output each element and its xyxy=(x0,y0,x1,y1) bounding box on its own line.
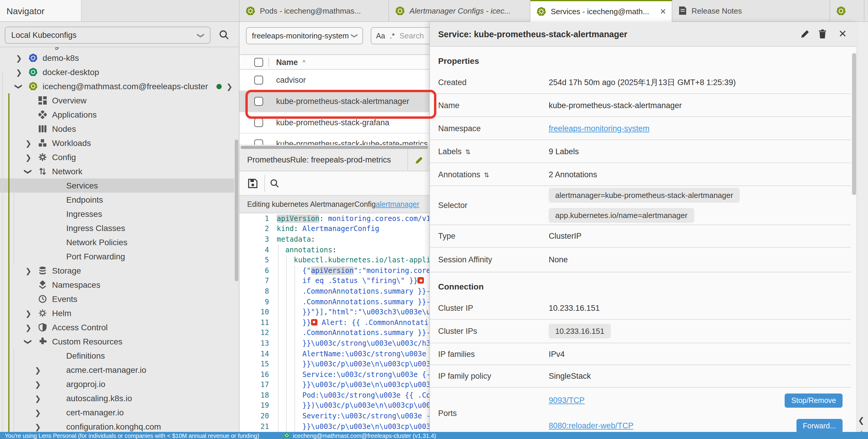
save-icon[interactable] xyxy=(248,178,258,189)
sidebar-item-namespaces[interactable]: Namespaces xyxy=(0,278,234,292)
edit-icon[interactable] xyxy=(414,156,424,165)
row-checkbox[interactable] xyxy=(254,76,263,85)
table-row-cadvisor[interactable]: cadvisor xyxy=(240,70,429,91)
delete-icon[interactable] xyxy=(818,29,827,39)
chevron-right-icon[interactable]: ❯ xyxy=(14,68,24,76)
code-line-20: 20 Severity:\u003c/strong\u003e - xyxy=(240,411,429,421)
regex-icon[interactable]: .* xyxy=(390,32,395,40)
property-row-ports: Ports9093/TCPStop/Remove8080:reloader-we… xyxy=(430,387,851,432)
tab-alertmanager-configs-icec[interactable]: Alertmanager Configs - icec... xyxy=(389,0,530,21)
match-case-icon[interactable]: Aa xyxy=(376,32,385,40)
row-checkbox[interactable] xyxy=(254,118,263,127)
sidebar-item-custom-resources[interactable]: ❯Custom Resources xyxy=(0,334,234,348)
editor-search-icon[interactable] xyxy=(270,178,280,189)
chevron-right-icon[interactable]: ❯ xyxy=(33,380,42,389)
code-text: }} Alert: {{ .CommonAnnotati xyxy=(277,318,428,327)
chevron-right-icon[interactable]: ❯ xyxy=(33,422,42,431)
sidebar-item-network[interactable]: ❯Network xyxy=(0,164,234,178)
sidebar-item-workloads[interactable]: ❯Workloads xyxy=(0,136,234,150)
chevron-right-icon[interactable]: ❯ xyxy=(33,394,42,403)
sidebar-item-config[interactable]: ❯Config xyxy=(0,150,234,164)
kubernetes-status-icon xyxy=(284,433,290,438)
search-input[interactable]: Aa .* Search xyxy=(371,27,429,44)
chevron-right-icon[interactable]: ❯ xyxy=(24,266,33,275)
sidebar-item-label: Network Policies xyxy=(66,238,127,247)
tab-release-notes[interactable]: Release Notes xyxy=(672,0,830,21)
sidebar-item-endpoints[interactable]: Endpoints xyxy=(0,193,234,207)
tab-partial[interactable] xyxy=(830,0,864,21)
divider xyxy=(264,175,265,192)
chevron-right-icon[interactable]: ❯ xyxy=(33,365,42,374)
chevron-right-icon[interactable]: ❯ xyxy=(33,408,42,417)
select-all-checkbox[interactable] xyxy=(254,58,263,66)
sidebar-item-definitions[interactable]: Definitions xyxy=(0,348,234,363)
sidebar-item-argoproj-io[interactable]: ❯argoproj.io xyxy=(0,377,234,391)
sidebar-item-port-forwarding[interactable]: Port Forwarding xyxy=(0,249,234,264)
sidebar-item-events[interactable]: Events xyxy=(0,292,234,306)
edit-icon[interactable] xyxy=(800,29,810,39)
namespace-link[interactable]: freeleaps-monitoring-system xyxy=(549,124,650,133)
navigator-tab[interactable]: Navigator xyxy=(0,0,82,21)
collapse-chevron-icon[interactable]: ❮ xyxy=(858,416,864,425)
sidebar-item-nodes[interactable]: Nodes xyxy=(0,122,234,136)
sidebar-item-demo-k8s[interactable]: ❯demo-k8s xyxy=(0,51,234,65)
table-row-kube-prometheus-stack-grafana[interactable]: kube-prometheus-stack-grafana xyxy=(240,112,429,134)
close-tab-icon[interactable]: ✕ xyxy=(660,7,666,16)
alertmanager-config-link[interactable]: alertmanager xyxy=(376,200,419,208)
name-column-header[interactable]: Name xyxy=(276,58,298,66)
row-checkbox[interactable] xyxy=(254,139,263,145)
chevron-right-icon[interactable]: ❯ xyxy=(226,82,233,91)
sidebar-item-access-control[interactable]: ❯Access Control xyxy=(0,320,234,334)
sidebar-scrollbar[interactable] xyxy=(235,139,238,281)
table-row-kube-prometheus-stack-alertmanager[interactable]: kube-prometheus-stack-alertmanager xyxy=(240,91,429,112)
yaml-editor[interactable]: 1apiVersion: monitoring.coreos.com/v12ki… xyxy=(240,213,429,432)
code-line-4: 4 annotations: xyxy=(240,245,429,255)
namespace-select[interactable]: freeleaps-monitoring-system ❯ xyxy=(246,27,363,44)
tab-services-icecheng-math[interactable]: Services - icecheng@math...✕ xyxy=(530,0,672,22)
sidebar-item-docker-desktop[interactable]: ❯docker-desktop xyxy=(0,65,234,79)
sidebar-item-ingress-classes[interactable]: Ingress Classes xyxy=(0,221,234,235)
stop-remove-button[interactable]: Stop/Remove xyxy=(785,393,843,407)
chevron-down-icon[interactable]: ❯ xyxy=(24,337,33,346)
chevron-right-icon[interactable]: ❯ xyxy=(24,309,33,317)
horizontal-scrollbar-thumb[interactable] xyxy=(241,146,428,149)
sidebar-item-overview[interactable]: Overview xyxy=(0,93,234,107)
row-checkbox[interactable] xyxy=(254,97,263,106)
horizontal-scrollbar[interactable] xyxy=(240,145,429,149)
chevron-right-icon[interactable]: ❯ xyxy=(24,153,33,162)
sidebar-item-icecheng-mathmast-com-freeleaps-cluster[interactable]: ❯icecheng@mathmast.com@freeleaps-cluster… xyxy=(0,79,234,93)
sidebar-item-label: Config xyxy=(52,153,76,162)
chevron-down-icon[interactable]: ❯ xyxy=(14,81,23,91)
sort-icon[interactable]: ⇅ xyxy=(465,148,471,155)
property-label: IP families xyxy=(430,349,549,358)
chevron-down-icon[interactable]: ❯ xyxy=(24,167,33,176)
port-link[interactable]: 8080:reloader-web/TCP xyxy=(549,421,633,430)
code-text: AlertName:\u003c/strong\u003e xyxy=(277,349,426,358)
panel-scrollbar[interactable] xyxy=(852,53,856,195)
search-icon[interactable] xyxy=(219,30,229,40)
sidebar-item-acme-cert-manager-io[interactable]: ❯acme.cert-manager.io xyxy=(0,363,234,377)
sort-asc-icon[interactable]: ^ xyxy=(303,59,305,65)
close-icon[interactable]: ✕ xyxy=(838,28,847,40)
sidebar-item-configuration-konghq-com[interactable]: ❯configuration.konghq.com xyxy=(0,419,234,432)
code-text: if eq .Status \"firing\" }} xyxy=(277,277,424,285)
sidebar-item-services[interactable]: Services xyxy=(0,178,234,193)
table-row-kube-prometheus-stack-kube-state-metrics[interactable]: kube-prometheus-stack-kube-state-metrics xyxy=(240,134,429,145)
chevron-right-icon[interactable]: ❯ xyxy=(24,323,33,332)
sidebar-item-storage[interactable]: ❯Storage xyxy=(0,264,234,278)
sidebar-item-network-policies[interactable]: Network Policies xyxy=(0,235,234,249)
chevron-right-icon[interactable]: ❯ xyxy=(24,139,33,147)
sidebar-item-ingresses[interactable]: Ingresses xyxy=(0,207,234,221)
sort-icon[interactable]: ⇅ xyxy=(484,171,489,178)
sidebar-item-applications[interactable]: Applications xyxy=(0,107,234,122)
active-cluster-status[interactable]: icecheng@mathmast.com@freeleaps-cluster … xyxy=(284,432,436,439)
forward--button[interactable]: Forward... xyxy=(796,418,843,432)
sidebar-item-autoscaling-k8s-io[interactable]: ❯autoscaling.k8s.io xyxy=(0,391,234,405)
property-value: alertmanager=kube-prometheus-stack-alert… xyxy=(549,188,740,223)
chevron-right-icon[interactable]: ❯ xyxy=(14,54,24,62)
port-link[interactable]: 9093/TCP xyxy=(549,396,585,405)
kubeconfig-select[interactable]: Local Kubeconfigs ❯ xyxy=(5,27,211,44)
sidebar-item-helm[interactable]: ❯Helm xyxy=(0,306,234,320)
tab-pods-icecheng-mathmas[interactable]: Pods - icecheng@mathmas... xyxy=(239,0,389,21)
sidebar-item-cert-manager-io[interactable]: ❯cert-manager.io xyxy=(0,405,234,419)
